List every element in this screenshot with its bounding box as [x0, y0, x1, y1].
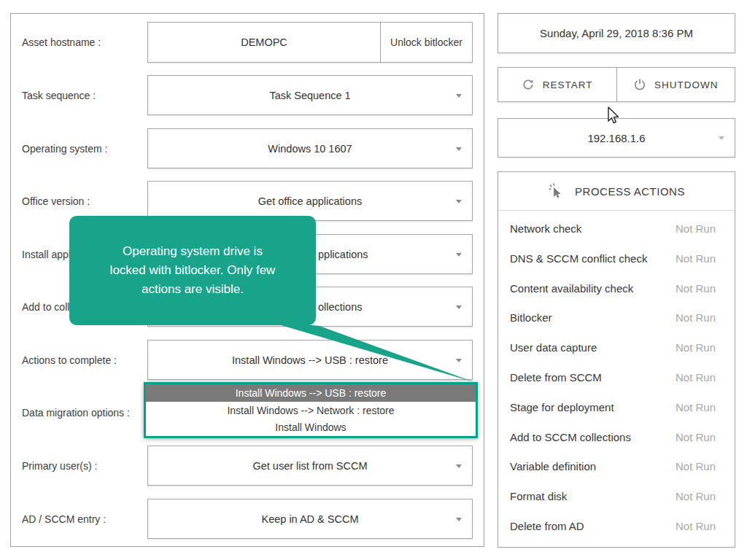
task-sequence-label: Task sequence : [22, 75, 144, 115]
action-name: Delete from AD [510, 520, 584, 532]
process-action-row: Variable definition Not Run [498, 452, 735, 482]
chevron-down-icon [456, 359, 462, 362]
task-sequence-value: Task Sequence 1 [269, 90, 350, 101]
primary-users-combobox[interactable]: Get user list from SCCM [147, 446, 473, 486]
chevron-down-icon [456, 200, 462, 203]
ad-sccm-entry-value: Keep in AD & SCCM [262, 513, 359, 525]
dropdown-option-selected[interactable]: Install Windows --> USB : restore [146, 384, 476, 402]
primary-users-value: Get user list from SCCM [252, 460, 367, 472]
action-name: DNS & SCCM conflict check [510, 252, 647, 265]
bitlocker-tooltip: Operating system drive is locked with bi… [69, 216, 316, 325]
action-status: Not Run [676, 252, 716, 265]
data-migration-dropdown-list: Install Windows --> USB : restore Instal… [144, 382, 478, 438]
action-status: Not Run [676, 371, 716, 384]
action-status: Not Run [676, 401, 716, 413]
office-version-label: Office version : [22, 181, 144, 221]
actions-to-complete-combobox[interactable]: Install Windows --> USB : restore [147, 340, 473, 380]
datetime-text: Sunday, April 29, 2018 8:36 PM [540, 27, 693, 39]
restart-icon [522, 78, 535, 91]
primary-users-label: Primary user(s) : [22, 446, 144, 486]
action-status: Not Run [676, 460, 716, 472]
operating-system-label: Operating system : [22, 128, 144, 168]
shutdown-icon [633, 78, 646, 91]
ad-sccm-entry-combobox[interactable]: Keep in AD & SCCM [147, 499, 473, 539]
action-status: Not Run [676, 282, 716, 295]
chevron-down-icon [456, 464, 462, 468]
process-actions-title: PROCESS ACTIONS [575, 185, 685, 198]
process-action-row: User data capture Not Run [498, 332, 735, 362]
asset-hostname-label: Asset hostname : [22, 22, 144, 62]
action-name: Format disk [510, 490, 567, 502]
install-applications-value: pplications [318, 249, 368, 260]
chevron-down-icon [456, 306, 462, 309]
ad-sccm-entry-label: AD / SCCM entry : [22, 499, 144, 539]
process-action-row: Bitlocker Not Run [498, 303, 735, 332]
actions-to-complete-value: Install Windows --> USB : restore [232, 354, 388, 366]
process-action-row: Stage for deployment Not Run [498, 392, 735, 422]
process-actions-list: Network check Not Run DNS & SCCM conflic… [498, 211, 735, 547]
process-action-row: DNS & SCCM conflict check Not Run [498, 244, 735, 273]
action-name: Add to SCCM collections [510, 431, 631, 443]
unlock-bitlocker-button[interactable]: Unlock bitlocker [380, 23, 472, 62]
action-name: Stage for deployment [510, 401, 614, 413]
action-status: Not Run [676, 431, 716, 443]
add-to-collections-value: ollections [318, 301, 362, 313]
chevron-down-icon [456, 518, 462, 521]
shutdown-label: SHUTDOWN [654, 79, 719, 90]
shutdown-button[interactable]: SHUTDOWN [617, 68, 735, 101]
operating-system-value: Windows 10 1607 [268, 143, 352, 155]
operating-system-combobox[interactable]: Windows 10 1607 [147, 128, 473, 168]
actions-to-complete-label: Actions to complete : [22, 340, 144, 380]
action-name: Content availability check [510, 282, 633, 295]
asset-hostname-control: DEMOPC Unlock bitlocker [147, 22, 473, 63]
process-action-row: Network check Not Run [498, 214, 735, 244]
chevron-down-icon [456, 253, 462, 257]
tooltip-line-1: Operating system drive is [123, 242, 263, 261]
process-action-row: Add to SCCM collections Not Run [498, 422, 735, 452]
tooltip-line-2: locked with bitlocker. Only few [110, 261, 276, 280]
action-name: Bitlocker [510, 311, 552, 324]
action-status: Not Run [676, 520, 716, 532]
restart-label: RESTART [543, 79, 593, 90]
asset-hostname-input[interactable]: DEMOPC [148, 23, 380, 62]
power-buttons: RESTART SHUTDOWN [498, 67, 735, 102]
action-name: Variable definition [510, 460, 596, 472]
process-action-row: Format disk Not Run [498, 481, 735, 511]
chevron-down-icon [456, 94, 462, 98]
data-migration-label: Data migration options : [22, 392, 144, 432]
process-action-row: Delete from SCCM Not Run [498, 362, 735, 392]
action-name: User data capture [510, 341, 597, 354]
ip-address-value: 192.168.1.6 [587, 132, 645, 144]
process-actions-panel: PROCESS ACTIONS Network check Not Run DN… [498, 171, 735, 548]
click-cursor-icon [548, 182, 565, 200]
process-actions-button[interactable]: PROCESS ACTIONS [498, 172, 735, 211]
action-status: Not Run [676, 311, 716, 324]
action-name: Network check [510, 222, 581, 235]
chevron-down-icon [456, 147, 462, 151]
action-status: Not Run [676, 341, 716, 354]
ip-address-combobox[interactable]: 192.168.1.6 [498, 118, 735, 158]
process-action-row: Content availability check Not Run [498, 273, 735, 303]
action-status: Not Run [676, 222, 716, 235]
action-name: Delete from SCCM [510, 371, 602, 384]
dropdown-option[interactable]: Install Windows --> Network : restore [146, 402, 476, 419]
dropdown-option[interactable]: Install Windows [146, 419, 476, 436]
tooltip-line-3: actions are visible. [142, 280, 244, 299]
restart-button[interactable]: RESTART [498, 68, 617, 101]
action-status: Not Run [676, 490, 716, 502]
office-version-value: Get office applications [258, 195, 362, 207]
chevron-down-icon [719, 136, 724, 140]
datetime-display: Sunday, April 29, 2018 8:36 PM [498, 13, 735, 53]
task-sequence-combobox[interactable]: Task Sequence 1 [147, 75, 473, 115]
office-version-combobox[interactable]: Get office applications [147, 181, 473, 221]
process-action-row: Delete from AD Not Run [498, 511, 735, 541]
